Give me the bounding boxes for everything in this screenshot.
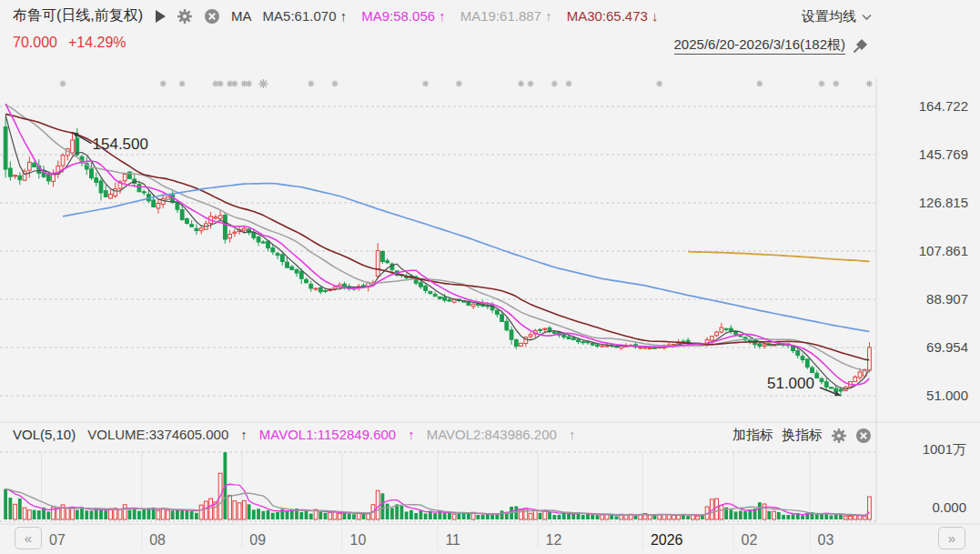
candle-body-down bbox=[309, 284, 313, 288]
volume-bar bbox=[195, 513, 198, 519]
volume-bar bbox=[267, 510, 270, 519]
volume-bar bbox=[596, 515, 600, 519]
volume-bar bbox=[381, 493, 385, 519]
event-marker-icon bbox=[567, 82, 570, 85]
candle-body-down bbox=[739, 336, 743, 337]
event-marker-icon bbox=[261, 82, 265, 86]
candle-body-up bbox=[333, 287, 337, 288]
volume-bar bbox=[801, 515, 804, 519]
volume-bar bbox=[653, 515, 657, 519]
candle-body-up bbox=[199, 228, 203, 231]
change-percent: +14.29% bbox=[68, 35, 126, 51]
volume-bar bbox=[734, 511, 738, 519]
event-marker-icon bbox=[553, 82, 556, 85]
ma-legend-item-9: MA9:58.056 ↑ bbox=[361, 8, 446, 24]
candle-body-up bbox=[763, 345, 766, 347]
candle-body-down bbox=[562, 335, 566, 337]
annotation-label: 154.500 bbox=[93, 136, 148, 154]
candle-body-up bbox=[228, 235, 232, 238]
candle-body-down bbox=[567, 337, 571, 338]
time-axis-label-12: 12 bbox=[546, 532, 562, 549]
volume-indicator-label: VOL(5,10) bbox=[13, 427, 76, 442]
volume-bar bbox=[204, 501, 207, 519]
candle-body-up bbox=[605, 346, 609, 347]
scroll-right-button[interactable]: » bbox=[938, 527, 965, 549]
volume-bar bbox=[448, 513, 451, 519]
candle-body-down bbox=[137, 185, 141, 192]
candle-body-down bbox=[724, 328, 728, 329]
switch-indicator-button[interactable]: 换指标 bbox=[782, 427, 823, 444]
volume-bar bbox=[318, 512, 322, 519]
play-button[interactable] bbox=[156, 10, 166, 23]
candle-body-down bbox=[577, 340, 581, 342]
volume-bar bbox=[433, 513, 437, 519]
candle-body-up bbox=[14, 176, 17, 176]
candle-body-down bbox=[505, 321, 509, 330]
candle-body-up bbox=[123, 174, 126, 180]
volume-bar bbox=[367, 514, 370, 519]
volume-bar bbox=[409, 510, 413, 519]
time-axis-label-09: 09 bbox=[249, 532, 266, 549]
time-axis-label-10: 10 bbox=[349, 532, 366, 549]
volume-bar bbox=[743, 511, 747, 519]
candle-body-down bbox=[18, 176, 22, 179]
candle-body-down bbox=[276, 254, 279, 256]
candle-body-down bbox=[271, 247, 275, 251]
time-axis-label-03: 03 bbox=[818, 532, 834, 549]
event-marker-icon bbox=[233, 82, 236, 85]
volume-bar bbox=[577, 513, 581, 519]
volume-bar bbox=[610, 515, 613, 519]
stock-title: 布鲁可(日线,前复权) bbox=[13, 6, 143, 25]
volume-axis-max: 1001万 bbox=[875, 441, 966, 458]
volume-bar bbox=[786, 515, 790, 519]
add-indicator-button[interactable]: 加指标 bbox=[732, 427, 773, 444]
volume-bar bbox=[648, 515, 652, 519]
ma-close-icon[interactable] bbox=[204, 8, 220, 25]
volume-bar bbox=[467, 513, 470, 519]
volume-bar bbox=[324, 513, 328, 519]
volume-bar bbox=[118, 509, 122, 519]
candle-body-down bbox=[438, 297, 441, 298]
candle-body-down bbox=[443, 297, 447, 300]
candle-body-up bbox=[529, 335, 532, 337]
volume-bar bbox=[658, 515, 662, 519]
volume-bar bbox=[529, 513, 532, 519]
volume-bar bbox=[462, 513, 466, 519]
candle-body-down bbox=[223, 215, 227, 239]
price-axis-label: 107.861 bbox=[877, 243, 968, 258]
event-marker-icon bbox=[758, 82, 761, 85]
ma-settings-button[interactable]: 设置均线 bbox=[802, 8, 872, 25]
volume-bar bbox=[543, 511, 547, 519]
volume-settings-gear-icon[interactable] bbox=[831, 428, 847, 444]
event-marker-icon bbox=[248, 82, 250, 85]
candle-body-up bbox=[543, 328, 547, 329]
volume-bar bbox=[390, 508, 394, 519]
ma-legend-item-30: MA30:65.473 ↓ bbox=[567, 8, 659, 24]
candle-body-up bbox=[715, 332, 719, 336]
candle-body-down bbox=[190, 225, 194, 227]
volume-bar bbox=[839, 515, 843, 519]
candle-body-up bbox=[242, 228, 246, 230]
candle-body-down bbox=[290, 267, 294, 269]
candle-body-down bbox=[324, 290, 328, 291]
pin-icon[interactable] bbox=[852, 37, 869, 55]
candle-body-down bbox=[581, 342, 585, 343]
volume-close-icon[interactable] bbox=[855, 428, 872, 444]
candle-body-down bbox=[4, 126, 7, 169]
volume-bar bbox=[581, 515, 585, 519]
volume-bar bbox=[552, 515, 556, 519]
last-price: 70.000 bbox=[13, 35, 57, 51]
candle-body-down bbox=[195, 228, 198, 230]
volume-bar bbox=[605, 515, 609, 519]
chart-plot-area[interactable] bbox=[0, 0, 980, 554]
date-range-link[interactable]: 2025/6/20-2026/3/16(182根) bbox=[674, 36, 845, 55]
time-axis-label-02: 02 bbox=[742, 532, 758, 549]
candle-body-down bbox=[362, 286, 366, 287]
volume-bar bbox=[71, 508, 75, 519]
scroll-left-button[interactable]: « bbox=[15, 527, 42, 549]
candle-body-up bbox=[167, 196, 170, 199]
volume-bar bbox=[457, 513, 460, 519]
event-marker-icon bbox=[219, 82, 222, 85]
ma-settings-gear-icon[interactable] bbox=[177, 8, 193, 25]
price-axis-label: 126.815 bbox=[877, 195, 968, 210]
